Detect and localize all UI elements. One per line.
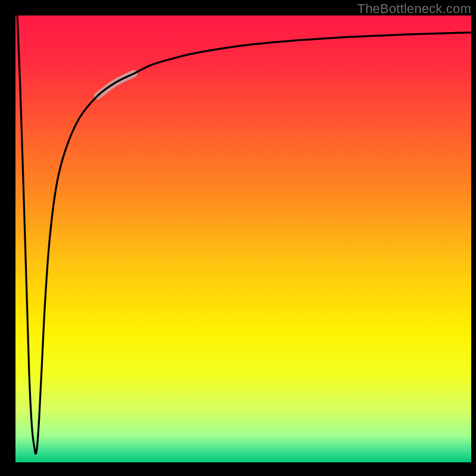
bottleneck-curve [17, 15, 471, 454]
plot-area [15, 15, 471, 462]
curve-layer [15, 15, 471, 462]
attribution-text: TheBottleneck.com [357, 1, 471, 17]
chart-frame: TheBottleneck.com [0, 0, 476, 476]
